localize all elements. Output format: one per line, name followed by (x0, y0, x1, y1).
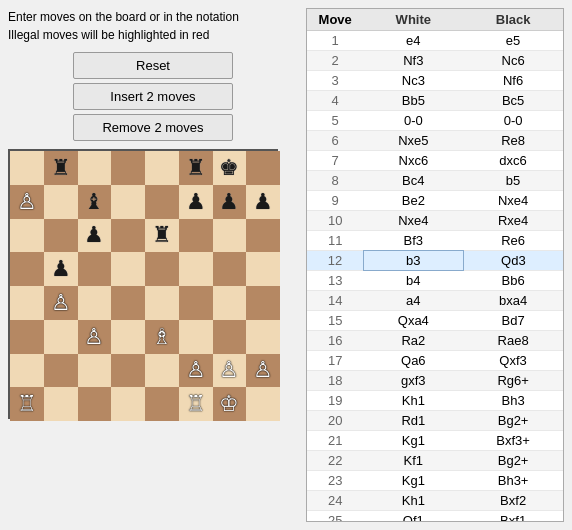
board-cell-4-5[interactable] (179, 286, 213, 320)
table-row[interactable]: 3Nc3Nf6 (307, 71, 563, 91)
board-cell-6-3[interactable] (111, 354, 145, 388)
board-cell-5-4[interactable]: ♗ (145, 320, 179, 354)
black-move[interactable]: Nxe4 (463, 191, 563, 211)
board-cell-6-6[interactable]: ♙ (213, 354, 247, 388)
board-cell-0-5[interactable]: ♜ (179, 151, 213, 185)
board-cell-1-6[interactable]: ♟ (213, 185, 247, 219)
table-row[interactable]: 1e4e5 (307, 31, 563, 51)
white-move[interactable]: Bc4 (363, 171, 463, 191)
board-cell-5-2[interactable]: ♙ (78, 320, 112, 354)
table-row[interactable]: 11Bf3Re6 (307, 231, 563, 251)
white-move[interactable]: Kf1 (363, 451, 463, 471)
white-move[interactable]: Nxe4 (363, 211, 463, 231)
board-cell-0-0[interactable] (10, 151, 44, 185)
black-move[interactable]: Rae8 (463, 331, 563, 351)
board-cell-3-4[interactable] (145, 252, 179, 286)
black-move[interactable]: e5 (463, 31, 563, 51)
board-cell-0-3[interactable] (111, 151, 145, 185)
table-row[interactable]: 16Ra2Rae8 (307, 331, 563, 351)
board-cell-1-2[interactable]: ♝ (78, 185, 112, 219)
board-cell-3-1[interactable]: ♟ (44, 252, 78, 286)
black-move[interactable]: Re6 (463, 231, 563, 251)
board-cell-3-5[interactable] (179, 252, 213, 286)
board-cell-2-3[interactable] (111, 219, 145, 253)
white-move[interactable]: Kh1 (363, 491, 463, 511)
board-cell-6-2[interactable] (78, 354, 112, 388)
table-row[interactable]: 20Rd1Bg2+ (307, 411, 563, 431)
black-move[interactable]: 0-0 (463, 111, 563, 131)
board-cell-4-3[interactable] (111, 286, 145, 320)
table-row[interactable]: 8Bc4b5 (307, 171, 563, 191)
board-cell-1-0[interactable]: ♙ (10, 185, 44, 219)
board-cell-5-6[interactable] (213, 320, 247, 354)
black-move[interactable]: Nc6 (463, 51, 563, 71)
moves-table-container[interactable]: Move White Black 1e4e52Nf3Nc63Nc3Nf64Bb5… (307, 9, 563, 521)
board-cell-0-4[interactable] (145, 151, 179, 185)
board-cell-4-2[interactable] (78, 286, 112, 320)
board-cell-5-7[interactable] (246, 320, 280, 354)
table-row[interactable]: 22Kf1Bg2+ (307, 451, 563, 471)
black-move[interactable]: Rg6+ (463, 371, 563, 391)
board-cell-1-7[interactable]: ♟ (246, 185, 280, 219)
board-cell-7-2[interactable] (78, 387, 112, 421)
table-row[interactable]: 2Nf3Nc6 (307, 51, 563, 71)
board-cell-7-6[interactable]: ♔ (213, 387, 247, 421)
black-move[interactable]: Qd3 (463, 251, 563, 271)
board-cell-5-5[interactable] (179, 320, 213, 354)
board-cell-3-7[interactable] (246, 252, 280, 286)
white-move[interactable]: e4 (363, 31, 463, 51)
black-move[interactable]: Bg2+ (463, 451, 563, 471)
white-move[interactable]: Kh1 (363, 391, 463, 411)
table-row[interactable]: 9Be2Nxe4 (307, 191, 563, 211)
black-move[interactable]: Re8 (463, 131, 563, 151)
black-move[interactable]: b5 (463, 171, 563, 191)
board-cell-7-0[interactable]: ♖ (10, 387, 44, 421)
table-row[interactable]: 12b3Qd3 (307, 251, 563, 271)
board-cell-3-0[interactable] (10, 252, 44, 286)
black-move[interactable]: Bxf3+ (463, 431, 563, 451)
board-cell-0-6[interactable]: ♚ (213, 151, 247, 185)
board-cell-4-0[interactable] (10, 286, 44, 320)
board-cell-7-7[interactable] (246, 387, 280, 421)
table-row[interactable]: 21Kg1Bxf3+ (307, 431, 563, 451)
table-row[interactable]: 24Kh1Bxf2 (307, 491, 563, 511)
white-move[interactable]: Ra2 (363, 331, 463, 351)
board-cell-0-2[interactable] (78, 151, 112, 185)
board-cell-1-4[interactable] (145, 185, 179, 219)
board-cell-2-1[interactable] (44, 219, 78, 253)
board-cell-4-6[interactable] (213, 286, 247, 320)
black-move[interactable]: bxa4 (463, 291, 563, 311)
board-cell-0-1[interactable]: ♜ (44, 151, 78, 185)
white-move[interactable]: Kg1 (363, 431, 463, 451)
table-row[interactable]: 19Kh1Bh3 (307, 391, 563, 411)
table-row[interactable]: 15Qxa4Bd7 (307, 311, 563, 331)
white-move[interactable]: Bf3 (363, 231, 463, 251)
table-row[interactable]: 7Nxc6dxc6 (307, 151, 563, 171)
board-cell-6-7[interactable]: ♙ (246, 354, 280, 388)
chess-board[interactable]: ♜♜♚♙♝♟♟♟♟♜♟♙♙♗♙♙♙♖♖♔ (10, 151, 280, 421)
board-cell-6-4[interactable] (145, 354, 179, 388)
black-move[interactable]: Bxf2 (463, 491, 563, 511)
board-cell-1-1[interactable] (44, 185, 78, 219)
black-move[interactable]: Bxf1 (463, 511, 563, 522)
table-row[interactable]: 17Qa6Qxf3 (307, 351, 563, 371)
black-move[interactable]: Bc5 (463, 91, 563, 111)
white-move[interactable]: Nf3 (363, 51, 463, 71)
table-row[interactable]: 14a4bxa4 (307, 291, 563, 311)
board-cell-7-4[interactable] (145, 387, 179, 421)
white-move[interactable]: Bb5 (363, 91, 463, 111)
board-cell-4-1[interactable]: ♙ (44, 286, 78, 320)
white-move[interactable]: 0-0 (363, 111, 463, 131)
board-cell-2-5[interactable] (179, 219, 213, 253)
table-row[interactable]: 18gxf3Rg6+ (307, 371, 563, 391)
table-row[interactable]: 13b4Bb6 (307, 271, 563, 291)
remove-button[interactable]: Remove 2 moves (73, 114, 233, 141)
black-move[interactable]: Bb6 (463, 271, 563, 291)
black-move[interactable]: dxc6 (463, 151, 563, 171)
white-move[interactable]: Be2 (363, 191, 463, 211)
white-move[interactable]: Nc3 (363, 71, 463, 91)
board-cell-7-3[interactable] (111, 387, 145, 421)
board-cell-6-0[interactable] (10, 354, 44, 388)
table-row[interactable]: 10Nxe4Rxe4 (307, 211, 563, 231)
board-cell-5-0[interactable] (10, 320, 44, 354)
